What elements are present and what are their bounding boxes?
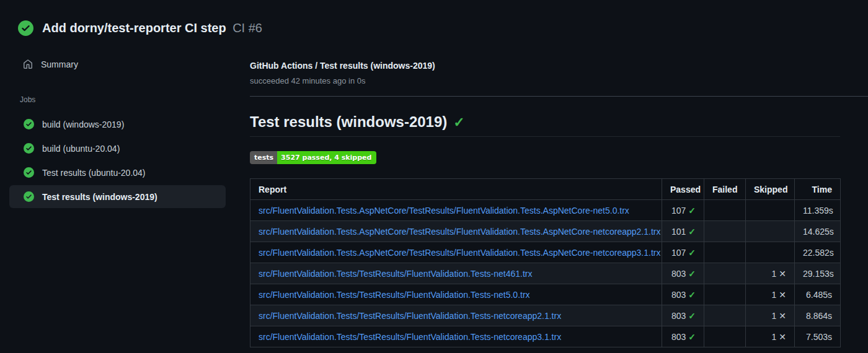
tests-badge-label: tests — [250, 151, 277, 164]
passed-cell: 107✓ — [662, 200, 704, 221]
job-label: Test results (ubuntu-20.04) — [42, 168, 146, 178]
report-link[interactable]: src/FluentValidation.Tests.AspNetCore/Te… — [259, 206, 629, 216]
report-link[interactable]: src/FluentValidation.Tests/TestResults/F… — [259, 311, 561, 321]
table-row: src/FluentValidation.Tests/TestResults/F… — [250, 263, 841, 284]
table-row: src/FluentValidation.Tests.AspNetCore/Te… — [250, 221, 841, 242]
skipped-cell: 1✕ — [746, 263, 795, 284]
report-cell: src/FluentValidation.Tests/TestResults/F… — [250, 326, 662, 347]
passed-count: 803 — [671, 311, 686, 321]
report-cell: src/FluentValidation.Tests/TestResults/F… — [250, 305, 662, 326]
skip-x-icon: ✕ — [779, 311, 786, 321]
tests-badge-value: 3527 passed, 4 skipped — [277, 151, 376, 164]
skipped-cell: 1✕ — [746, 326, 795, 347]
main-panel: GitHub Actions / Test results (windows-2… — [250, 61, 868, 347]
report-cell: src/FluentValidation.Tests.AspNetCore/Te… — [250, 200, 662, 221]
result-heading: Test results (windows-2019)✓ — [250, 113, 840, 137]
job-label: Test results (windows-2019) — [42, 192, 157, 202]
passed-count: 101 — [671, 227, 686, 237]
result-heading-text: Test results (windows-2019) — [250, 113, 447, 130]
tests-badge: tests 3527 passed, 4 skipped — [250, 151, 376, 164]
sidebar-job-item[interactable]: build (ubuntu-20.04) — [9, 137, 226, 160]
skipped-count: 1 — [771, 332, 776, 342]
time-cell: 6.485s — [795, 284, 841, 305]
report-link[interactable]: src/FluentValidation.Tests/TestResults/F… — [259, 290, 530, 300]
passed-count: 107 — [671, 206, 686, 216]
column-header-failed: Failed — [704, 179, 746, 200]
pass-check-icon: ✓ — [688, 332, 696, 342]
check-circle-icon — [24, 167, 34, 178]
pass-check-icon: ✓ — [688, 248, 696, 258]
job-label: build (windows-2019) — [42, 120, 124, 129]
column-header-time: Time — [795, 179, 841, 200]
heading-check-icon: ✓ — [453, 115, 464, 130]
skip-x-icon: ✕ — [779, 290, 786, 300]
failed-cell — [704, 263, 746, 284]
report-link[interactable]: src/FluentValidation.Tests.AspNetCore/Te… — [259, 248, 660, 258]
run-ref: CI #6 — [232, 21, 262, 35]
time-cell: 7.503s — [795, 326, 841, 347]
check-circle-icon — [24, 119, 34, 129]
column-header-passed: Passed — [662, 179, 704, 200]
report-cell: src/FluentValidation.Tests.AspNetCore/Te… — [250, 221, 662, 242]
job-label: build (ubuntu-20.04) — [42, 144, 120, 154]
check-circle-icon — [24, 143, 34, 154]
skipped-cell: 1✕ — [746, 284, 795, 305]
passed-cell: 803✓ — [662, 305, 704, 326]
skipped-count: 1 — [771, 311, 776, 321]
passed-cell: 101✓ — [662, 221, 704, 242]
time-cell: 29.153s — [795, 263, 841, 284]
column-header-skipped: Skipped — [746, 179, 795, 200]
sidebar-job-item[interactable]: Test results (ubuntu-20.04) — [9, 161, 226, 184]
passed-count: 107 — [671, 248, 686, 258]
column-header-report: Report — [250, 179, 662, 200]
time-cell: 14.625s — [795, 221, 841, 242]
time-cell: 11.359s — [795, 200, 841, 221]
skip-x-icon: ✕ — [779, 332, 786, 342]
skipped-cell — [746, 221, 795, 242]
report-link[interactable]: src/FluentValidation.Tests/TestResults/F… — [259, 269, 532, 279]
check-run-summary: Test results (windows-2019)✓ tests 3527 … — [250, 113, 868, 347]
passed-cell: 803✓ — [662, 263, 704, 284]
check-circle-icon — [18, 20, 33, 36]
failed-cell — [704, 242, 746, 263]
sidebar: Summary Jobs build (windows-2019)build (… — [0, 54, 236, 209]
passed-count: 803 — [671, 332, 686, 342]
report-link[interactable]: src/FluentValidation.Tests/TestResults/F… — [259, 332, 561, 342]
check-run-breadcrumb: GitHub Actions / Test results (windows-2… — [250, 61, 868, 71]
table-row: src/FluentValidation.Tests.AspNetCore/Te… — [250, 242, 841, 263]
report-link[interactable]: src/FluentValidation.Tests.AspNetCore/Te… — [259, 227, 660, 237]
test-results-table: Report Passed Failed Skipped Time src/Fl… — [250, 178, 841, 347]
skipped-count: 1 — [771, 269, 776, 279]
home-icon — [23, 59, 33, 69]
sidebar-summary-label: Summary — [41, 59, 78, 69]
divider — [250, 96, 868, 97]
report-cell: src/FluentValidation.Tests/TestResults/F… — [250, 263, 662, 284]
skipped-cell: 1✕ — [746, 305, 795, 326]
failed-cell — [704, 221, 746, 242]
time-cell: 22.582s — [795, 242, 841, 263]
skipped-cell — [746, 200, 795, 221]
run-header: Add dorny/test-reporter CI step CI #6 — [0, 0, 868, 36]
failed-cell — [704, 200, 746, 221]
skipped-count: 1 — [771, 290, 776, 300]
run-title-group: Add dorny/test-reporter CI step CI #6 — [42, 21, 262, 35]
table-row: src/FluentValidation.Tests/TestResults/F… — [250, 284, 841, 305]
sidebar-job-item[interactable]: build (windows-2019) — [9, 113, 226, 136]
passed-count: 803 — [671, 290, 686, 300]
skipped-cell — [746, 242, 795, 263]
table-header-row: Report Passed Failed Skipped Time — [250, 179, 841, 200]
pass-check-icon: ✓ — [688, 290, 696, 300]
pass-check-icon: ✓ — [688, 227, 696, 237]
run-title: Add dorny/test-reporter CI step — [42, 21, 226, 35]
failed-cell — [704, 284, 746, 305]
passed-cell: 803✓ — [662, 326, 704, 347]
skip-x-icon: ✕ — [779, 269, 786, 279]
sidebar-jobs-list: build (windows-2019)build (ubuntu-20.04)… — [0, 113, 236, 208]
sidebar-job-item[interactable]: Test results (windows-2019) — [9, 185, 226, 208]
passed-cell: 107✓ — [662, 242, 704, 263]
failed-cell — [704, 326, 746, 347]
check-circle-icon — [24, 191, 34, 202]
time-cell: 8.864s — [795, 305, 841, 326]
sidebar-item-summary[interactable]: Summary — [0, 54, 236, 74]
pass-check-icon: ✓ — [688, 311, 696, 321]
